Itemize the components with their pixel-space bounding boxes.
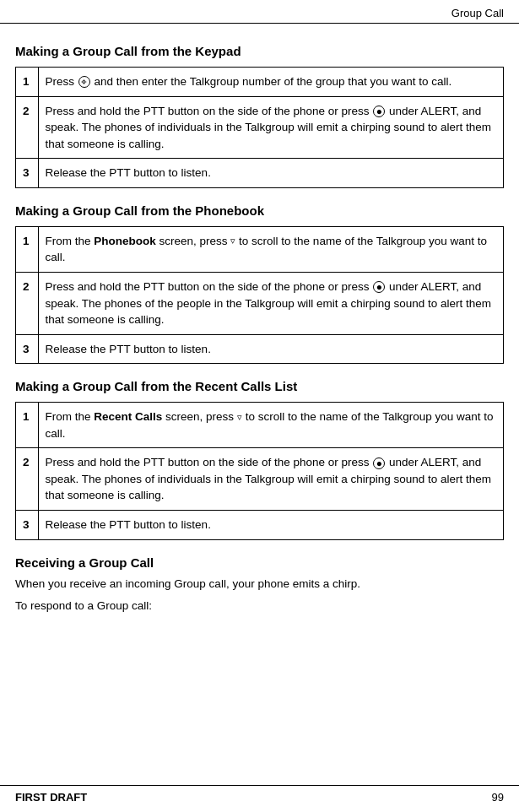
section-title-keypad: Making a Group Call from the Keypad — [15, 44, 504, 58]
step-number: 2 — [16, 272, 39, 334]
step-text: From the Phonebook screen, press ▿ to sc… — [38, 226, 503, 272]
receiving-section: Receiving a Group Call When you receive … — [15, 555, 504, 615]
step-number: 1 — [16, 403, 39, 448]
step-text: Release the PTT button to listen. — [38, 511, 503, 540]
page-content: Making a Group Call from the Keypad 1 Pr… — [0, 24, 519, 670]
step-text: Press and hold the PTT button on the sid… — [38, 96, 503, 159]
scroll-icon: ▿ — [237, 411, 242, 425]
alert-icon: ● — [373, 457, 385, 469]
receiving-paragraph-2: To respond to a Group call: — [15, 598, 504, 614]
receiving-paragraph-1: When you receive an incoming Group call,… — [15, 576, 504, 593]
step-text: Release the PTT button to listen. — [38, 334, 503, 364]
step-number: 3 — [16, 159, 39, 188]
table-row: 3 Release the PTT button to listen. — [16, 511, 504, 540]
table-row: 1 From the Recent Calls screen, press ▿ … — [16, 403, 504, 448]
table-row: 3 Release the PTT button to listen. — [16, 159, 504, 188]
table-row: 1 From the Phonebook screen, press ▿ to … — [16, 226, 504, 272]
page-footer: FIRST DRAFT 99 — [0, 785, 519, 804]
section-title-recent-calls: Making a Group Call from the Recent Call… — [15, 379, 504, 393]
step-number: 1 — [16, 226, 39, 272]
table-row: 2 Press and hold the PTT button on the s… — [16, 96, 504, 159]
step-text: From the Recent Calls screen, press ▿ to… — [38, 403, 503, 448]
header-title: Group Call — [451, 7, 504, 19]
step-number: 3 — [16, 511, 39, 540]
section-title-phonebook: Making a Group Call from the Phonebook — [15, 203, 504, 218]
step-number: 2 — [16, 96, 39, 159]
footer-draft-label: FIRST DRAFT — [15, 791, 87, 804]
step-number: 3 — [16, 334, 39, 364]
phonebook-table: 1 From the Phonebook screen, press ▿ to … — [15, 226, 504, 364]
recent-calls-table: 1 From the Recent Calls screen, press ▿ … — [15, 402, 504, 539]
table-row: 2 Press and hold the PTT button on the s… — [16, 272, 504, 334]
receiving-title: Receiving a Group Call — [15, 555, 504, 570]
scroll-icon: ▿ — [230, 235, 235, 248]
page-header: Group Call — [0, 0, 519, 24]
alert-icon: ● — [373, 106, 385, 117]
keypad-table: 1 Press ⌖ and then enter the Talkgroup n… — [15, 67, 504, 188]
keypad-icon: ⌖ — [78, 76, 90, 88]
step-number: 1 — [16, 68, 39, 97]
step-number: 2 — [16, 448, 39, 511]
step-text: Press ⌖ and then enter the Talkgroup num… — [38, 68, 503, 97]
step-text: Release the PTT button to listen. — [38, 159, 503, 188]
table-row: 3 Release the PTT button to listen. — [16, 334, 504, 364]
step-text: Press and hold the PTT button on the sid… — [38, 272, 503, 334]
table-row: 1 Press ⌖ and then enter the Talkgroup n… — [16, 68, 504, 97]
table-row: 2 Press and hold the PTT button on the s… — [16, 448, 504, 511]
alert-icon: ● — [373, 281, 385, 293]
step-text: Press and hold the PTT button on the sid… — [38, 448, 503, 511]
footer-page-number: 99 — [492, 791, 504, 804]
